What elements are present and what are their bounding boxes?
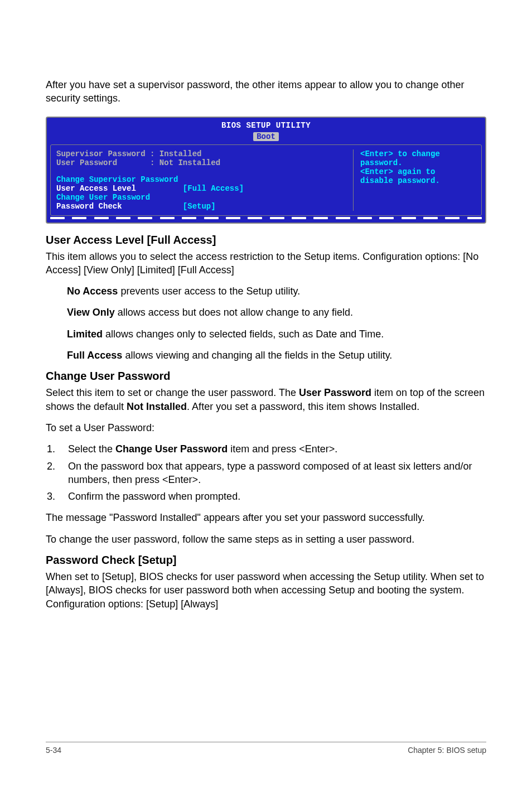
ual-limited: Limited allows changes only to selected … (46, 327, 486, 341)
bios-pc-label: Password Check (56, 202, 122, 211)
bios-tab-row: Boot (50, 131, 482, 141)
ual-limited-text: allows changes only to selected fields, … (103, 328, 384, 340)
bios-password-check: Password Check [Setup] (56, 202, 349, 211)
intro-text: After you have set a supervisor password… (46, 78, 486, 105)
bios-ual-label: User Access Level (56, 184, 136, 193)
cup-p3: The message "Password Installed" appears… (46, 511, 486, 524)
bios-supervisor-status: Supervisor Password : Installed (56, 149, 349, 158)
bios-user-status: User Password : Not Installed (56, 158, 349, 167)
ual-view-only-label: View Only (67, 307, 115, 318)
cup-p1e: . After you set a password, this item sh… (187, 401, 419, 412)
bios-screenshot: BIOS SETUP UTILITY Boot Supervisor Passw… (46, 117, 486, 224)
bios-tab-boot: Boot (253, 132, 279, 141)
cup-step-2: On the password box that appears, type a… (58, 460, 486, 487)
ual-view-only: View Only allows access but does not all… (46, 306, 486, 319)
ual-no-access-label: No Access (67, 286, 118, 297)
bios-left-panel: Supervisor Password : Installed User Pas… (56, 149, 353, 211)
bios-help-3: <Enter> again to (360, 167, 476, 176)
heading-password-check: Password Check [Setup] (46, 554, 486, 567)
pc-desc: When set to [Setup], BIOS checks for use… (46, 570, 486, 611)
footer-page-number: 5-34 (46, 746, 61, 755)
bios-help-4: disable password. (360, 176, 476, 185)
bios-help-2: password. (360, 158, 476, 167)
ual-desc: This item allows you to select the acces… (46, 250, 486, 277)
bios-title: BIOS SETUP UTILITY (50, 121, 482, 130)
bios-body: Supervisor Password : Installed User Pas… (50, 144, 482, 216)
cup-step-1a: Select the (68, 443, 115, 455)
bios-user-access-level: User Access Level [Full Access] (56, 184, 349, 193)
heading-change-user-password: Change User Password (46, 370, 486, 383)
cup-step-1: Select the Change User Password item and… (58, 442, 486, 456)
ual-full-access-text: allows viewing and changing all the fiel… (122, 350, 392, 361)
bios-blank-line (56, 167, 349, 175)
bios-change-user: Change User Password (56, 193, 349, 202)
cup-p1b: User Password (299, 387, 371, 398)
cup-p2: To set a User Password: (46, 421, 486, 434)
footer-chapter: Chapter 5: BIOS setup (408, 746, 486, 755)
bios-help-1: <Enter> to change (360, 149, 476, 158)
cup-p1: Select this item to set or change the us… (46, 386, 486, 413)
page-footer: 5-34 Chapter 5: BIOS setup (46, 742, 486, 755)
ual-full-access-label: Full Access (67, 350, 122, 361)
ual-full-access: Full Access allows viewing and changing … (46, 349, 486, 362)
ual-no-access: No Access prevents user access to the Se… (46, 284, 486, 298)
bios-change-supervisor: Change Supervisor Password (56, 175, 349, 184)
cup-p4: To change the user password, follow the … (46, 533, 486, 546)
ual-view-only-text: allows access but does not allow change … (115, 307, 353, 318)
cup-p1a: Select this item to set or change the us… (46, 387, 299, 398)
bios-pc-value: [Setup] (183, 202, 216, 211)
bios-help-panel: <Enter> to change password. <Enter> agai… (353, 149, 476, 211)
heading-user-access-level: User Access Level [Full Access] (46, 234, 486, 247)
bios-ual-value: [Full Access] (183, 184, 244, 193)
ual-limited-label: Limited (67, 328, 103, 340)
cup-step-3: Confirm the password when prompted. (58, 490, 486, 503)
cup-steps: Select the Change User Password item and… (46, 442, 486, 503)
bios-bottom-dashes (50, 217, 482, 219)
cup-step-1c: item and press <Enter>. (228, 443, 337, 455)
cup-step-1b: Change User Password (115, 443, 228, 455)
cup-p1d: Not Installed (127, 401, 187, 412)
ual-no-access-text: prevents user access to the Setup utilit… (118, 286, 300, 297)
